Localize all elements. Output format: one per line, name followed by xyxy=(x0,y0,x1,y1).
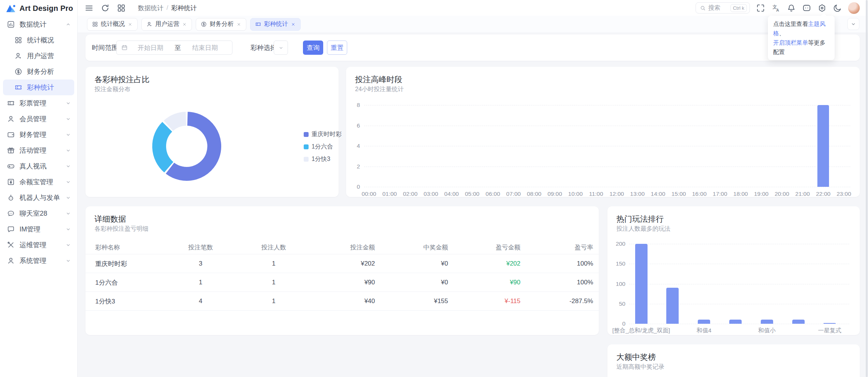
table-cell: 4 xyxy=(199,297,202,305)
bar[interactable] xyxy=(698,320,710,324)
legend-label: 重庆时时彩 xyxy=(312,131,342,138)
breadcrumb-separator: / xyxy=(166,4,168,12)
chevron-down-icon xyxy=(850,21,856,27)
sidebar-item-运维管理[interactable]: 运维管理 xyxy=(0,237,77,253)
tab-close-icon[interactable] xyxy=(127,22,133,27)
sidebar-item-数据统计[interactable]: 数据统计 xyxy=(0,17,77,32)
sidebar-item-余额宝管理[interactable]: 余额宝管理 xyxy=(0,174,77,190)
sidebar-item-聊天室28[interactable]: 聊天室28 xyxy=(0,206,77,221)
reset-button[interactable]: 重置 xyxy=(327,41,347,55)
sidebar-item-财务分析[interactable]: 财务分析 xyxy=(0,64,77,80)
topbar-right: 搜索 Ctrl k 文A xyxy=(696,2,868,14)
breadcrumb-current: 彩种统计 xyxy=(171,4,197,12)
sidebar-item-机器人与发单[interactable]: 机器人与发单 xyxy=(0,190,77,206)
sidebar-item-彩票管理[interactable]: 彩票管理 xyxy=(0,95,77,111)
x-axis-label: 17:00 xyxy=(713,191,727,197)
tab-用户运营[interactable]: 用户运营 xyxy=(141,18,192,31)
sidebar-item-用户运营[interactable]: 用户运营 xyxy=(0,48,77,64)
chevron-down-icon xyxy=(65,258,71,264)
bar[interactable] xyxy=(792,320,805,324)
sidebar-item-统计概况[interactable]: 统计概况 xyxy=(0,32,77,48)
legend-item-1分快3[interactable]: 1分快3 xyxy=(304,155,342,163)
dollar-circle-icon xyxy=(14,68,22,76)
tabbar-collapse-button[interactable] xyxy=(847,18,859,30)
table-header-cell: 盈亏金额 xyxy=(496,243,520,252)
gridline xyxy=(629,284,849,284)
chevron-down-icon xyxy=(65,147,71,153)
sidebar-item-label: 彩种统计 xyxy=(27,83,74,92)
end-date-placeholder: 结束日期 xyxy=(183,44,228,52)
settings-icon[interactable] xyxy=(817,3,827,13)
table-row[interactable]: 1分快341¥40¥155¥-115-287.5% xyxy=(85,292,599,311)
gridline xyxy=(364,187,850,187)
y-axis-label: 150 xyxy=(610,260,625,267)
tab-彩种统计[interactable]: 彩种统计 xyxy=(250,18,301,31)
detail-table-card: 详细数据 各彩种投注盈亏明细 彩种名称投注笔数投注人数投注金额中奖金额盈亏金额盈… xyxy=(85,206,599,335)
donut-segment-1分快3[interactable] xyxy=(168,119,186,126)
apps-grid-icon[interactable] xyxy=(117,3,126,13)
message-icon[interactable] xyxy=(802,3,811,13)
x-axis-label: 11:00 xyxy=(589,191,603,197)
table-cell: 3 xyxy=(199,260,202,267)
dark-mode-icon[interactable] xyxy=(833,3,842,13)
sidebar-item-真人视讯[interactable]: 真人视讯 xyxy=(0,158,77,174)
table-cell: ¥202 xyxy=(506,260,520,267)
date-range-input[interactable]: 开始日期 至 结束日期 xyxy=(116,41,232,55)
tab-统计概况[interactable]: 统计概况 xyxy=(87,18,138,31)
donut-segment-1分六合[interactable] xyxy=(159,127,169,167)
x-axis-label: 23:00 xyxy=(837,191,851,197)
sidebar-item-IM管理[interactable]: IM管理 xyxy=(0,221,77,237)
lottery-select[interactable] xyxy=(274,41,288,55)
breadcrumb-parent[interactable]: 数据统计 xyxy=(138,4,163,12)
bar[interactable] xyxy=(635,244,648,324)
scrollbar[interactable] xyxy=(866,0,868,377)
bar[interactable] xyxy=(761,320,773,324)
sidebar-item-会员管理[interactable]: 会员管理 xyxy=(0,111,77,127)
refresh-icon[interactable] xyxy=(100,3,110,13)
fullscreen-icon[interactable] xyxy=(756,3,765,13)
bell-icon[interactable] xyxy=(787,3,796,13)
bar[interactable] xyxy=(817,105,829,187)
chevron-down-icon xyxy=(65,242,71,248)
chevron-down-icon xyxy=(65,116,71,122)
sidebar-item-系统管理[interactable]: 系统管理 xyxy=(0,253,77,269)
translate-icon[interactable]: 文A xyxy=(771,3,781,13)
table-row[interactable]: 1分六合11¥90¥0¥90100% xyxy=(85,273,599,292)
user-avatar[interactable] xyxy=(848,2,860,14)
y-axis-label: 4 xyxy=(345,143,360,149)
tooltip-line: 点击这里查看主题风格、 xyxy=(773,19,829,38)
gridline xyxy=(364,126,850,126)
bar[interactable] xyxy=(729,320,742,324)
tab-close-icon[interactable] xyxy=(291,22,296,27)
sidebar-item-活动管理[interactable]: 活动管理 xyxy=(0,143,77,158)
tab-close-icon[interactable] xyxy=(236,22,241,27)
ticket-icon xyxy=(255,21,261,27)
search-input[interactable]: 搜索 Ctrl k xyxy=(696,2,750,14)
sidebar-item-财务管理[interactable]: 财务管理 xyxy=(0,127,77,143)
tooltip-link[interactable]: 开启顶栏菜单 xyxy=(773,39,808,46)
tab-财务分析[interactable]: 财务分析 xyxy=(196,18,246,31)
query-button[interactable]: 查询 xyxy=(303,41,323,55)
legend-item-重庆时时彩[interactable]: 重庆时时彩 xyxy=(304,131,342,138)
x-axis-label: 22:00 xyxy=(816,191,831,197)
chevron-down-icon xyxy=(65,226,71,232)
legend-item-1分六合[interactable]: 1分六合 xyxy=(304,143,342,151)
date-range-to-label: 至 xyxy=(173,44,183,52)
legend-label: 1分六合 xyxy=(312,143,333,151)
x-axis-label: 19:00 xyxy=(754,191,769,197)
sidebar-item-label: 彩票管理 xyxy=(19,99,65,108)
app-logo[interactable]: Art Design Pro xyxy=(0,0,77,17)
sidebar-item-label: 真人视讯 xyxy=(19,162,65,171)
sidebar-item-label: 用户运营 xyxy=(27,51,77,60)
sidebar-item-label: 统计概况 xyxy=(27,36,77,45)
gridline xyxy=(364,105,850,105)
hamburger-icon[interactable] xyxy=(84,3,94,13)
tab-close-icon[interactable] xyxy=(182,22,187,27)
bar[interactable] xyxy=(666,288,679,324)
table-row[interactable]: 重庆时时彩31¥202¥0¥202100% xyxy=(85,254,599,273)
y-axis-label: 0 xyxy=(610,320,625,327)
x-axis-label: 和值小 xyxy=(758,327,776,335)
sidebar-item-彩种统计[interactable]: 彩种统计 xyxy=(3,80,74,95)
bar[interactable] xyxy=(823,323,836,324)
y-axis-label: 50 xyxy=(610,300,625,307)
